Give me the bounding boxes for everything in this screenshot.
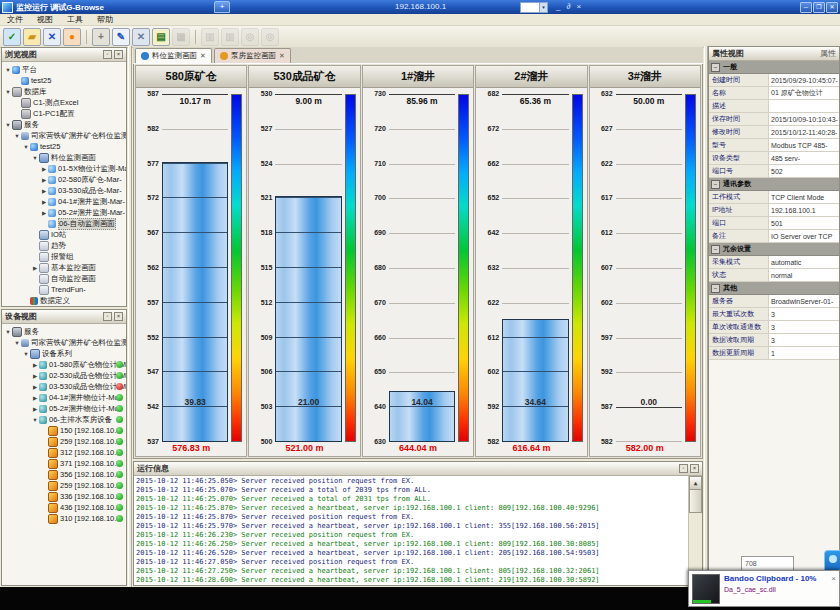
properties-tab-label[interactable]: 属性 bbox=[820, 48, 836, 59]
tree-item[interactable]: ▼06-主排水泵房设备 bbox=[2, 414, 126, 425]
property-row[interactable]: 最大重试次数3 bbox=[709, 308, 839, 321]
scroll-up-icon[interactable]: ▲ bbox=[689, 476, 702, 490]
collapse-icon[interactable]: − bbox=[711, 63, 720, 72]
property-row[interactable]: 数据更新周期1 bbox=[709, 347, 839, 360]
tree-item[interactable]: 自动监控画面 bbox=[2, 273, 126, 284]
tree-item[interactable]: ▶05-2#溜井监测-Mar- bbox=[2, 207, 126, 218]
tree-item[interactable]: ▼设备系列 bbox=[2, 348, 126, 359]
tree-expander-icon[interactable]: ▶ bbox=[31, 395, 39, 401]
tree-item[interactable]: ▼服务 bbox=[2, 326, 126, 337]
tree-expander-icon[interactable]: ▶ bbox=[31, 406, 39, 412]
new-tab-button[interactable]: + bbox=[214, 1, 230, 13]
tree-item[interactable]: 312 [192.168.10.6- bbox=[2, 447, 126, 458]
tree-expander-icon[interactable]: ▼ bbox=[22, 144, 30, 150]
property-row[interactable]: 保存时间2015/10/09-10:10:43- bbox=[709, 113, 839, 126]
open-folder-icon[interactable]: ▰ bbox=[23, 28, 41, 46]
collapse-icon[interactable]: − bbox=[711, 245, 720, 254]
tree-item[interactable]: ▼服务 bbox=[2, 119, 126, 130]
property-row[interactable]: 端口501 bbox=[709, 217, 839, 230]
tree-expander-icon[interactable]: ▼ bbox=[4, 329, 12, 335]
property-row[interactable]: 工作模式TCP Client Mode bbox=[709, 191, 839, 204]
tree-expander-icon[interactable]: ▼ bbox=[13, 340, 21, 346]
tree-item[interactable]: C1-测点Excel bbox=[2, 97, 126, 108]
property-section[interactable]: −一般 bbox=[709, 61, 839, 74]
titlebar-combo[interactable]: ▾ bbox=[520, 2, 548, 13]
panel-pin-icon[interactable]: ▫ bbox=[103, 312, 112, 321]
tree-expander-icon[interactable]: ▶ bbox=[31, 373, 39, 379]
tab-料位监测画面[interactable]: 料位监测画面✕ bbox=[135, 48, 212, 63]
property-section[interactable]: −通讯参数 bbox=[709, 178, 839, 191]
property-row[interactable]: IP地址192.168.100.1 bbox=[709, 204, 839, 217]
tree-item[interactable]: 259 [192.168.10.5- bbox=[2, 436, 126, 447]
tree-item[interactable]: ▼司家营铁矿溜井矿仓料位监测- bbox=[2, 337, 126, 348]
tree-item[interactable]: IO站 bbox=[2, 229, 126, 240]
property-row[interactable]: 修改时间2015/10/12-11:40:28- bbox=[709, 126, 839, 139]
property-row[interactable]: 数据读取周期3 bbox=[709, 334, 839, 347]
panel-close-icon[interactable]: × bbox=[690, 464, 699, 473]
panel-close-icon[interactable]: × bbox=[114, 50, 123, 59]
connect-user-icon[interactable]: ✓ bbox=[3, 28, 21, 46]
tree-item[interactable]: TrendFun- bbox=[2, 284, 126, 295]
tree-item[interactable]: ▼test25 bbox=[2, 141, 126, 152]
tree-item[interactable]: ▶02-530成品仓物位计-Mo- bbox=[2, 370, 126, 381]
tree-item[interactable]: 数据定义 bbox=[2, 295, 126, 306]
property-row[interactable]: 设备类型485 serv- bbox=[709, 152, 839, 165]
tree-item[interactable]: 趋势 bbox=[2, 240, 126, 251]
tree-expander-icon[interactable]: ▼ bbox=[13, 133, 21, 139]
tree-item[interactable]: ▼司家营铁矿溜井矿仓料位监测- bbox=[2, 130, 126, 141]
tree-item[interactable]: ▶03-530成品仓物位计-Mo- bbox=[2, 381, 126, 392]
delete-icon[interactable]: ✕ bbox=[132, 28, 150, 46]
property-row[interactable]: 服务器BroadwinServer-01- bbox=[709, 295, 839, 308]
tree-item[interactable]: 336 [192.168.10.2- bbox=[2, 491, 126, 502]
property-row[interactable]: 描述 bbox=[709, 100, 839, 113]
tree-item[interactable]: ▶基本监控画面 bbox=[2, 262, 126, 273]
tree-item[interactable]: ▶04-1#溜井监测-Mar- bbox=[2, 196, 126, 207]
tree-item[interactable]: 436 [192.168.10.3- bbox=[2, 502, 126, 513]
restore-icon[interactable]: ∂ bbox=[566, 2, 570, 11]
property-row[interactable]: 型号Modbus TCP 485- bbox=[709, 139, 839, 152]
tree-expander-icon[interactable]: ▶ bbox=[40, 188, 48, 194]
tree-item[interactable]: 371 [192.168.10.7- bbox=[2, 458, 126, 469]
tree-item[interactable]: C1-PC1配置 bbox=[2, 108, 126, 119]
tree-expander-icon[interactable]: ▶ bbox=[40, 177, 48, 183]
menu-item[interactable]: 文件 bbox=[0, 14, 30, 25]
property-row[interactable]: 状态normal bbox=[709, 269, 839, 282]
tree-expander-icon[interactable]: ▶ bbox=[31, 362, 39, 368]
panel-pin-icon[interactable]: ▫ bbox=[103, 50, 112, 59]
clipboard-toast[interactable]: Bandoo Clipboard - 10% Da_5_cae_sc.dll × bbox=[688, 570, 840, 607]
property-row[interactable]: 端口号502 bbox=[709, 165, 839, 178]
tree-item[interactable]: 259 [192.168.10.9- bbox=[2, 480, 126, 491]
tree-item[interactable]: ▶04-1#溜井物位计-Mo- bbox=[2, 392, 126, 403]
tree-expander-icon[interactable]: ▶ bbox=[40, 199, 48, 205]
close-icon[interactable]: × bbox=[576, 2, 581, 11]
collapse-icon[interactable]: − bbox=[711, 180, 720, 189]
tree-item[interactable]: 06-自动监测画面 bbox=[2, 218, 126, 229]
menu-item[interactable]: 工具 bbox=[60, 14, 90, 25]
tree-item[interactable]: ▼数据库 bbox=[2, 86, 126, 97]
collapse-icon[interactable]: − bbox=[711, 284, 720, 293]
tree-expander-icon[interactable]: ▼ bbox=[4, 89, 12, 95]
menu-item[interactable]: 帮助 bbox=[90, 14, 120, 25]
property-row[interactable]: 名称01 原矿仓物位计 bbox=[709, 87, 839, 100]
tree-item[interactable]: ▼平台 bbox=[2, 64, 126, 75]
tab-close-icon[interactable]: ✕ bbox=[279, 52, 285, 60]
minimize-button[interactable]: ─ bbox=[800, 2, 812, 13]
property-section[interactable]: −冗余设置 bbox=[709, 243, 839, 256]
tree-item[interactable]: 150 [192.168.10.4- bbox=[2, 425, 126, 436]
tree-expander-icon[interactable]: ▼ bbox=[4, 67, 12, 73]
property-row[interactable]: 创建时间2015/09/29-10:45:07- bbox=[709, 74, 839, 87]
property-row[interactable]: 备注IO Server over TCP bbox=[709, 230, 839, 243]
menu-item[interactable]: 视图 bbox=[30, 14, 60, 25]
tree-expander-icon[interactable]: ▶ bbox=[40, 166, 48, 172]
tree-expander-icon[interactable]: ▼ bbox=[31, 417, 39, 423]
minimize-icon[interactable]: _ bbox=[556, 2, 560, 11]
tree-item[interactable]: ▶01-580原矿仓物位计-Mo- bbox=[2, 359, 126, 370]
scroll-thumb[interactable] bbox=[689, 489, 702, 513]
log-scrollbar[interactable]: ▲ ▼ bbox=[688, 476, 702, 585]
tree-expander-icon[interactable]: ▼ bbox=[31, 155, 39, 161]
alarm-icon[interactable]: ● bbox=[63, 28, 81, 46]
tree-expander-icon[interactable]: ▶ bbox=[31, 265, 39, 271]
tree-item[interactable]: 310 [192.168.10.1- bbox=[2, 513, 126, 524]
tree-item[interactable]: ▶01-5X物位计监测-Mar- bbox=[2, 163, 126, 174]
property-section[interactable]: −其他 bbox=[709, 282, 839, 295]
